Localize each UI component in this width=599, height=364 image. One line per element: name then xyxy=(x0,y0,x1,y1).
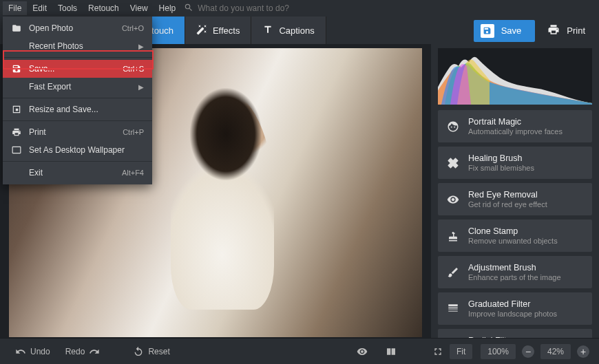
tool-clone-stamp[interactable]: Clone StampRemove unwanted objects xyxy=(438,220,592,252)
undo-button[interactable]: Undo xyxy=(10,343,56,360)
zoom-in[interactable]: + xyxy=(577,345,589,358)
tab-effects[interactable]: Effects xyxy=(185,17,252,44)
histogram xyxy=(438,48,592,105)
save-icon xyxy=(11,64,22,74)
menu-retouch[interactable]: Retouch xyxy=(83,1,125,15)
fit-button[interactable]: Fit xyxy=(450,344,472,359)
save-button[interactable]: Save xyxy=(474,20,536,42)
eye-icon[interactable] xyxy=(357,346,368,357)
gradfilt-icon xyxy=(446,302,460,316)
compare-icon[interactable] xyxy=(386,346,397,357)
search-icon xyxy=(184,3,193,14)
tool-healing-brush[interactable]: Healing BrushFix small blemishes xyxy=(438,147,592,179)
menu-item-fast-export[interactable]: Fast Export▶ xyxy=(3,78,152,96)
print-icon xyxy=(547,23,560,38)
right-panel: Portrait MagicAutomatically improve face… xyxy=(431,44,599,338)
print-icon xyxy=(11,127,22,137)
folder-icon xyxy=(11,23,22,33)
resize-icon xyxy=(11,105,22,114)
tool-graduated-filter[interactable]: Graduated FilterImprove landscape photos xyxy=(438,292,592,325)
menu-tools[interactable]: Tools xyxy=(52,1,83,15)
adjbrush-icon xyxy=(446,266,460,279)
file-menu-dropdown: Open PhotoCtrl+ORecent Photos▶Save...Ctr… xyxy=(3,17,152,184)
menubar: File Edit Tools Retouch View Help xyxy=(0,0,599,17)
tool-adjustment-brush[interactable]: Adjustment BrushEnhance parts of the ima… xyxy=(438,256,592,288)
menu-edit[interactable]: Edit xyxy=(27,1,52,15)
zoom-out[interactable]: − xyxy=(522,345,534,358)
reset-button[interactable]: Reset xyxy=(127,343,175,360)
redo-icon xyxy=(89,346,100,357)
zoom-100[interactable]: 100% xyxy=(481,344,516,359)
chevron-right-icon: ▶ xyxy=(138,43,144,50)
search-input[interactable] xyxy=(198,3,322,13)
menu-item-exit[interactable]: ExitAlt+F4 xyxy=(3,164,152,182)
face-icon xyxy=(446,120,460,133)
menu-help[interactable]: Help xyxy=(154,1,182,15)
menu-view[interactable]: View xyxy=(125,1,154,15)
save-icon xyxy=(481,24,494,38)
text-icon xyxy=(262,24,273,37)
menu-item-save-[interactable]: Save...Ctrl+S xyxy=(3,60,152,78)
menu-item-recent-photos[interactable]: Recent Photos▶ xyxy=(3,37,152,55)
reset-icon xyxy=(133,346,144,357)
menu-item-print[interactable]: PrintCtrl+P xyxy=(3,123,152,141)
tab-captions[interactable]: Captions xyxy=(251,17,326,44)
menu-file[interactable]: File xyxy=(3,1,27,15)
statusbar: Undo Redo Reset Fit 100% − 42% + xyxy=(0,338,599,364)
tool-red-eye-removal[interactable]: Red Eye RemovalGet rid of red eye effect xyxy=(438,183,592,215)
print-button[interactable]: Print xyxy=(542,19,591,42)
wand-icon xyxy=(196,24,207,37)
tool-portrait-magic[interactable]: Portrait MagicAutomatically improve face… xyxy=(438,110,592,142)
menu-item-resize-and-save-[interactable]: Resize and Save... xyxy=(3,100,152,118)
chevron-right-icon: ▶ xyxy=(138,83,144,91)
undo-icon xyxy=(15,346,26,357)
wallpaper-icon xyxy=(11,145,22,155)
menu-item-set-as-desktop-wallpaper[interactable]: Set As Desktop Wallpaper xyxy=(3,141,152,159)
menu-item-open-photo[interactable]: Open PhotoCtrl+O xyxy=(3,19,152,37)
fullscreen-icon[interactable] xyxy=(432,346,443,357)
eye-icon xyxy=(446,193,460,206)
bandaid-icon xyxy=(446,156,460,170)
zoom-value: 42% xyxy=(540,344,571,359)
tool-radial-filter[interactable]: Radial FilterAccentuate an object xyxy=(438,329,592,338)
redo-button[interactable]: Redo xyxy=(60,343,106,360)
stamp-icon xyxy=(446,229,460,243)
